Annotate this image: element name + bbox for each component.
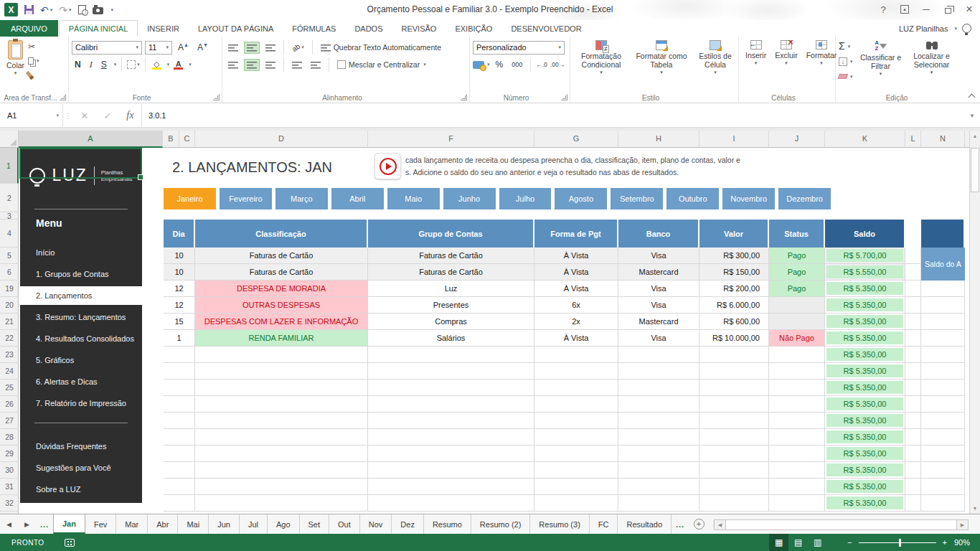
table-cell-valor[interactable]: R$ 300,00 — [699, 248, 769, 264]
accounting-format-button[interactable]: ▾ — [473, 61, 490, 69]
table-cell[interactable] — [368, 495, 534, 512]
bold-button[interactable]: N — [72, 59, 84, 70]
grid-cell[interactable] — [905, 413, 921, 429]
expand-formula-bar-button[interactable]: ▼ — [964, 104, 980, 127]
table-cell-forma[interactable]: À Vista — [534, 248, 618, 264]
grid-cell[interactable] — [905, 248, 921, 264]
align-middle-button[interactable] — [244, 42, 260, 54]
select-all-corner[interactable] — [0, 131, 19, 147]
table-cell[interactable] — [769, 429, 825, 446]
scroll-right-arrow[interactable]: ▶ — [957, 520, 968, 529]
table-cell-valor[interactable]: R$ 10.000,00 — [699, 330, 769, 347]
sidebar-footer-item[interactable]: Dúvidas Frequentes — [20, 437, 142, 456]
cut-button[interactable]: ✂ — [28, 41, 39, 52]
row-header[interactable]: 32 — [0, 495, 19, 512]
table-cell-grupo[interactable]: Presentes — [368, 297, 534, 314]
table-cell-banco[interactable]: Visa — [618, 281, 699, 297]
ribbon-display-options-button[interactable]: ▴ — [894, 0, 915, 19]
table-cell[interactable] — [164, 380, 195, 396]
table-cell-grupo[interactable]: Luz — [368, 281, 534, 297]
table-cell[interactable] — [699, 462, 769, 479]
table-header-cell[interactable]: Valor — [699, 220, 769, 248]
table-cell[interactable] — [769, 495, 825, 512]
table-cell[interactable] — [195, 413, 368, 429]
close-button[interactable]: × — [958, 0, 980, 19]
row-header[interactable]: 20 — [0, 297, 19, 314]
table-cell[interactable] — [195, 462, 368, 479]
macro-record-icon[interactable] — [65, 539, 75, 547]
tab-arquivo[interactable]: ARQUIVO — [0, 20, 58, 37]
table-cell-classificacao[interactable]: RENDA FAMILIAR — [195, 330, 368, 347]
new-sheet-button[interactable]: + — [689, 514, 709, 534]
table-cell[interactable] — [195, 396, 368, 413]
grid-cell[interactable] — [905, 363, 921, 380]
grid-cell[interactable] — [921, 314, 965, 330]
decrease-indent-button[interactable] — [289, 59, 305, 71]
table-cell-forma[interactable]: À Vista — [534, 330, 618, 347]
month-button[interactable]: Novembro — [722, 188, 775, 209]
row-header[interactable]: 2 — [0, 184, 19, 212]
scroll-left-arrow[interactable]: ◀ — [715, 520, 725, 529]
table-cell[interactable] — [534, 396, 618, 413]
sidebar-item[interactable]: 1. Grupos de Contas — [20, 265, 142, 283]
insert-function-icon[interactable]: fx — [126, 110, 133, 121]
row-header[interactable]: 27 — [0, 413, 19, 429]
sheet-tab[interactable]: Jan — [53, 514, 85, 534]
table-cell[interactable] — [534, 347, 618, 363]
table-cell[interactable] — [618, 479, 699, 495]
row-header[interactable]: 26 — [0, 396, 19, 413]
table-cell[interactable] — [195, 479, 368, 495]
sidebar-footer-item[interactable]: Sobre a LUZ — [20, 480, 142, 499]
table-cell-classificacao[interactable]: OUTRAS DESPESAS — [195, 297, 368, 314]
sheet-tab[interactable]: Mar — [116, 514, 148, 534]
table-header-cell[interactable] — [921, 220, 965, 248]
align-center-button[interactable] — [244, 59, 260, 71]
table-cell[interactable] — [195, 495, 368, 512]
borders-button[interactable]: ▾ — [127, 60, 140, 69]
table-cell-valor[interactable]: R$ 150,00 — [699, 264, 769, 281]
font-color-button[interactable]: A — [172, 60, 184, 70]
name-box[interactable]: A1▾ — [0, 104, 63, 127]
font-size-combo[interactable]: 11▾ — [145, 41, 172, 55]
saldo-value[interactable]: R$ 5.350,00 — [826, 397, 903, 410]
month-button[interactable]: Junho — [443, 188, 496, 209]
name-box-splitter[interactable]: ⋮ — [63, 104, 73, 127]
table-cell[interactable] — [195, 380, 368, 396]
grid-cell[interactable] — [905, 495, 921, 512]
row-header[interactable]: 1 — [0, 148, 19, 184]
saldo-value[interactable]: R$ 5.350,00 — [826, 480, 903, 493]
saldo-value[interactable]: R$ 5.350,00 — [826, 331, 903, 344]
month-button[interactable]: Julho — [499, 188, 552, 209]
table-cell-valor[interactable]: R$ 6.000,00 — [699, 297, 769, 314]
more-sheets-right[interactable]: ... — [672, 514, 689, 534]
table-cell[interactable] — [699, 495, 769, 512]
table-header-cell[interactable]: Saldo — [825, 220, 905, 248]
sheet-tab[interactable]: Resultado — [618, 514, 672, 534]
table-cell[interactable] — [534, 479, 618, 495]
underline-options-caret[interactable]: ▾ — [114, 62, 117, 67]
find-select-button[interactable]: Localizar e Selecionar ▾ — [906, 39, 958, 92]
ribbon-tab[interactable]: DESENVOLVEDOR — [501, 20, 590, 37]
dialog-launcher-icon[interactable] — [213, 94, 220, 100]
table-cell[interactable] — [534, 413, 618, 429]
table-cell[interactable] — [618, 446, 699, 462]
table-cell-banco[interactable]: Mastercard — [618, 264, 699, 281]
saldo-value[interactable]: R$ 5.700,00 — [826, 249, 903, 262]
table-header-cell[interactable]: Status — [769, 220, 825, 248]
month-button[interactable]: Março — [275, 188, 328, 209]
month-button[interactable]: Agosto — [555, 188, 607, 209]
sheet-tab[interactable]: Jun — [209, 514, 240, 534]
sidebar-item[interactable]: 6. Alertas e Dicas — [20, 372, 142, 391]
sidebar-item[interactable]: 2. Lançamentos — [20, 286, 142, 305]
saldo-value[interactable]: R$ 5.350,00 — [826, 348, 903, 361]
clear-button[interactable]: ▾ — [839, 71, 853, 82]
table-header-cell[interactable]: Banco — [618, 220, 699, 248]
grid-cell[interactable] — [921, 479, 965, 495]
month-button[interactable]: Fevereiro — [220, 188, 272, 209]
month-button[interactable]: Maio — [387, 188, 440, 209]
table-cell-grupo[interactable]: Faturas de Cartão — [368, 248, 534, 264]
excel-logo-icon[interactable]: X — [4, 3, 18, 17]
fill-button[interactable]: ↓▾ — [839, 56, 853, 67]
page-layout-view-button[interactable]: ▤ — [788, 534, 808, 551]
grid-cell[interactable] — [921, 413, 965, 429]
